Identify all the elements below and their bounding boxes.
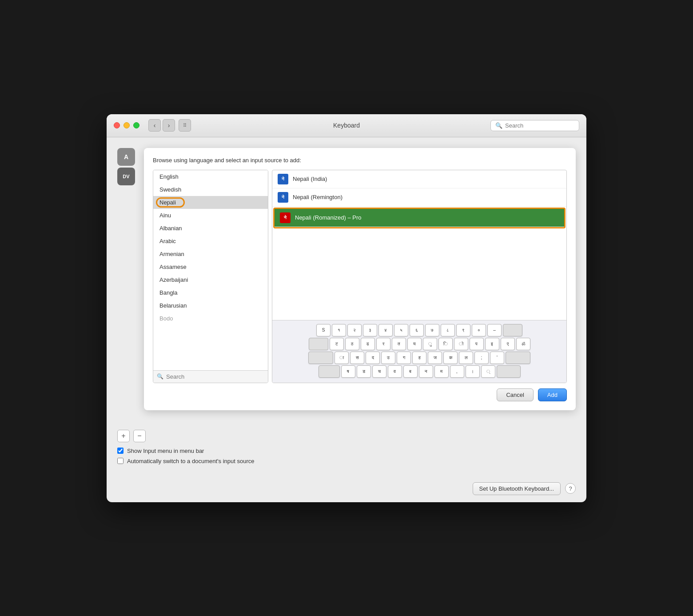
kb-key-sa: स [350,352,364,364]
kb-key-pa: प [470,338,484,350]
dialog-footer: Cancel Add [153,383,567,401]
kb-row-4: ष ड च व ब न म , । ् [276,365,563,378]
kb-key-9: ९ [456,324,470,336]
nepali-romanized-label: Nepali (Romanized) – Pro [295,214,362,221]
sidebar-item-a[interactable]: A [117,148,135,166]
input-sources-empty [272,229,566,320]
auto-switch-checkbox[interactable] [117,458,123,464]
titlebar: ‹ › ⠿ Keyboard 🔍 [107,114,586,137]
remove-source-button[interactable]: − [133,430,146,442]
show-input-menu-row: Show Input menu in menu bar [117,448,576,454]
language-search-input[interactable] [166,373,264,380]
nepali-india-flag: ने [278,174,288,184]
kb-key-ra: र [376,338,390,350]
kb-key-i: ि [438,338,453,350]
kb-key-o: ो [454,338,468,350]
kb-key-2: २ [347,324,362,336]
lang-item-bodo[interactable]: Bodo [153,312,268,325]
search-input[interactable] [505,122,574,129]
main-window: ‹ › ⠿ Keyboard 🔍 A DV Browse using langu… [107,114,586,502]
window-title: Keyboard [333,122,360,129]
input-nepali-india[interactable]: ने Nepali (India) [272,170,566,188]
input-nepali-remington[interactable]: ने Nepali (Remington) [272,188,566,207]
kb-key-5: ५ [394,324,408,336]
language-list[interactable]: English Swedish Nepali Ainu Albanian Ara… [153,170,268,370]
kb-key-u: ु [423,338,437,350]
kb-key-vir: ् [481,365,495,378]
maximize-button[interactable] [133,122,139,128]
kb-key-sha: ष [341,365,355,378]
kb-key-da: द [366,352,380,364]
minimize-button[interactable] [123,122,130,128]
kb-key-semi: ; [474,352,489,364]
search-bar[interactable]: 🔍 [490,120,579,131]
window-content: A DV Browse using language and select an… [107,137,586,426]
kb-key-0: ० [472,324,486,336]
add-source-button[interactable]: + [117,430,130,442]
lang-item-ainu[interactable]: Ainu [153,209,268,222]
kb-key-aa: ा [335,352,349,364]
kb-key-danda: । [466,365,480,378]
kb-key-ta2: त [392,338,406,350]
close-button[interactable] [114,122,120,128]
lang-item-armenian[interactable]: Armenian [153,248,268,260]
help-button[interactable]: ? [565,483,576,494]
auto-switch-label: Automatically switch to a document's inp… [127,458,254,464]
kb-key-va: व [388,365,402,378]
lang-item-assamese[interactable]: Assamese [153,260,268,273]
lang-item-belarusian[interactable]: Belarusian [153,299,268,312]
lang-item-bangla[interactable]: Bangla [153,286,268,299]
show-input-menu-checkbox[interactable] [117,448,123,454]
dialog-body: English Swedish Nepali Ainu Albanian Ara… [153,170,567,383]
lang-item-azerbaijani[interactable]: Azerbaijani [153,273,268,286]
bluetooth-keyboard-button[interactable]: Set Up Bluetooth Keyboard... [473,482,561,495]
input-sources-top: ने Nepali (India) ने Nepali (Remington) [272,170,566,229]
lang-item-arabic[interactable]: Arabic [153,235,268,248]
kb-key-ka: क [443,352,458,364]
forward-button[interactable]: › [163,119,175,132]
kb-key-shift [319,365,340,378]
language-panel: English Swedish Nepali Ainu Albanian Ara… [153,170,268,383]
selected-input-border: ने Nepali (Romanized) – Pro [273,208,566,228]
window-footer: Set Up Bluetooth Keyboard... ? [107,477,586,502]
kb-row-3: ा स द उ ग ह ज क ल ; [276,352,563,364]
lang-item-nepali[interactable]: Nepali [153,196,268,209]
traffic-lights [114,122,139,128]
kb-key-om: ॐ [516,338,530,350]
kb-key-ua: उ [381,352,395,364]
kb-key-ba: ब [403,365,418,378]
search-lang-icon: 🔍 [157,373,163,380]
input-nepali-romanized[interactable]: ने Nepali (Romanized) – Pro [275,209,564,227]
kb-key-ga: ग [397,352,411,364]
cancel-button[interactable]: Cancel [497,388,533,401]
kb-row-2: ट ठ ढ र त य ु ि ो प [276,338,563,350]
lang-item-swedish[interactable]: Swedish [153,183,268,196]
lang-item-albanian[interactable]: Albanian [153,222,268,235]
kb-key-apos: ' [490,352,504,364]
nepali-remington-label: Nepali (Remington) [293,194,343,200]
lang-item-english[interactable]: English [153,170,268,183]
kb-key-return [506,352,530,364]
back-button[interactable]: ‹ [148,119,161,132]
kb-key-caps [308,352,333,364]
nav-buttons: ‹ › [148,119,175,132]
kb-key-ee: इ [485,338,499,350]
keyboard-preview: S १ २ ३ ४ ५ ६ ७ ८ ९ [272,320,566,383]
add-input-source-dialog: Browse using language and select an inpu… [144,148,576,410]
input-source-panel: ने Nepali (India) ने Nepali (Remington) [272,170,567,383]
add-button[interactable]: Add [538,388,567,401]
kb-key-na: न [419,365,433,378]
kb-key-tha: ठ [345,338,359,350]
language-search-bar[interactable]: 🔍 [153,370,268,383]
kb-key-8: ८ [441,324,455,336]
kb-key-ya: य [407,338,422,350]
kb-key-4: ४ [378,324,393,336]
kb-key-del [503,324,522,336]
main-area: Browse using language and select an inpu… [144,148,576,417]
kb-key-3: ३ [363,324,377,336]
kb-key-1: १ [332,324,346,336]
sidebar-item-dv[interactable]: DV [117,168,135,185]
nepali-highlight: Nepali [159,199,176,206]
kb-key-dda: ड [357,365,371,378]
grid-button[interactable]: ⠿ [179,119,191,132]
